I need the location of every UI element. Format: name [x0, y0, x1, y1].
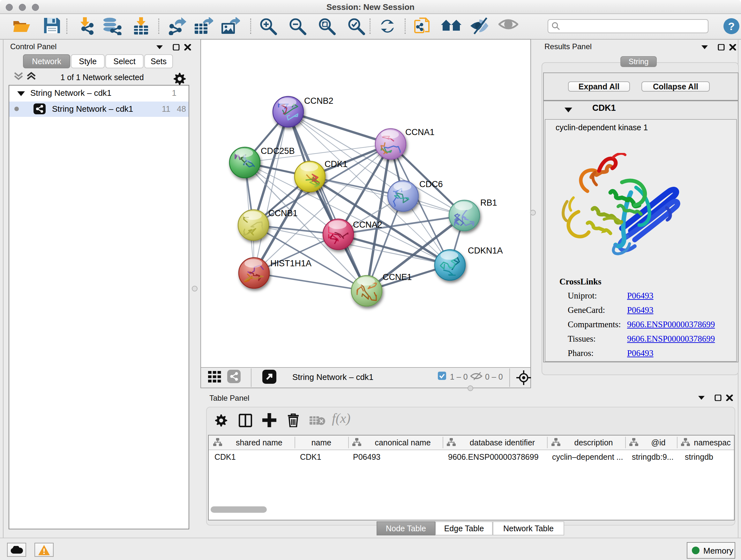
- svg-text:CDC6: CDC6: [419, 179, 443, 189]
- svg-text:CCNE1: CCNE1: [383, 272, 412, 282]
- svg-text:?: ?: [728, 20, 735, 32]
- svg-text:CDC25B: CDC25B: [261, 146, 295, 156]
- svg-text:CCNA2: CCNA2: [353, 220, 382, 230]
- svg-text:CCNB1: CCNB1: [268, 208, 298, 218]
- svg-text:CCNB2: CCNB2: [304, 96, 333, 106]
- svg-text:RB1: RB1: [480, 198, 497, 207]
- svg-text:CCNA1: CCNA1: [405, 127, 434, 137]
- svg-text:CDKN1A: CDKN1A: [468, 246, 503, 255]
- svg-text:HIST1H1A: HIST1H1A: [270, 259, 312, 268]
- svg-text:CDK1: CDK1: [325, 159, 347, 169]
